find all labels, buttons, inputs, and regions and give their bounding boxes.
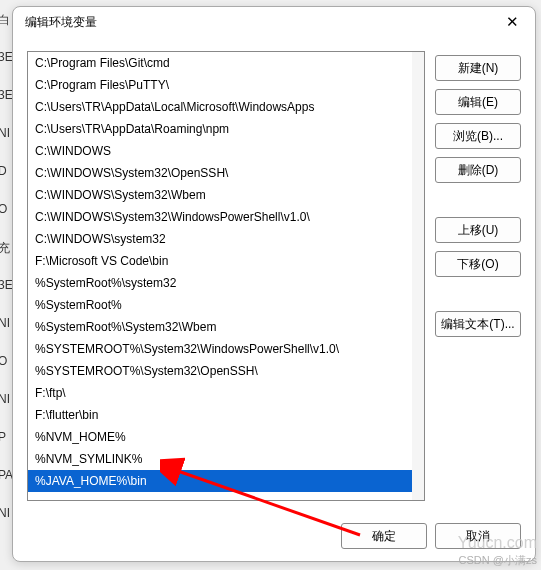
list-item[interactable]: F:\Microsoft VS Code\bin — [28, 250, 412, 272]
move-down-button[interactable]: 下移(O) — [435, 251, 521, 277]
background-text: 白 — [0, 12, 10, 29]
scrollbar[interactable] — [412, 52, 424, 500]
list-item[interactable]: %SystemRoot%\system32 — [28, 272, 412, 294]
background-text: O — [0, 202, 7, 216]
list-item[interactable]: F:\flutter\bin — [28, 404, 412, 426]
background-text: D — [0, 164, 7, 178]
list-item[interactable]: F:\ftp\ — [28, 382, 412, 404]
list-item[interactable]: C:\Program Files\Git\cmd — [28, 52, 412, 74]
list-item[interactable]: %SystemRoot%\System32\Wbem — [28, 316, 412, 338]
list-item[interactable]: C:\Users\TR\AppData\Roaming\npm — [28, 118, 412, 140]
background-window-fragments: 白3E3ENIDO充3ENIONIPPANI — [0, 0, 10, 570]
background-text: 3E — [0, 50, 13, 64]
list-item[interactable]: C:\WINDOWS\system32 — [28, 228, 412, 250]
edit-button[interactable]: 编辑(E) — [435, 89, 521, 115]
list-item[interactable]: %NVM_HOME% — [28, 426, 412, 448]
background-text: 3E — [0, 88, 13, 102]
path-list[interactable]: C:\Program Files\Git\cmdC:\Program Files… — [27, 51, 425, 501]
list-item[interactable]: %JAVA_HOME%\bin — [28, 470, 412, 492]
background-text: NI — [0, 316, 10, 330]
list-item[interactable]: %SystemRoot% — [28, 294, 412, 316]
list-item[interactable]: %SYSTEMROOT%\System32\WindowsPowerShell\… — [28, 338, 412, 360]
list-item[interactable]: %SYSTEMROOT%\System32\OpenSSH\ — [28, 360, 412, 382]
background-text: NI — [0, 126, 10, 140]
new-button[interactable]: 新建(N) — [435, 55, 521, 81]
button-column: 新建(N) 编辑(E) 浏览(B)... 删除(D) 上移(U) 下移(O) 编… — [435, 51, 521, 501]
close-icon[interactable]: ✕ — [500, 11, 525, 33]
list-item[interactable]: C:\Users\TR\AppData\Local\Microsoft\Wind… — [28, 96, 412, 118]
list-item[interactable]: C:\WINDOWS — [28, 140, 412, 162]
background-text: P — [0, 430, 6, 444]
list-item[interactable]: C:\WINDOWS\System32\Wbem — [28, 184, 412, 206]
edit-env-var-dialog: 编辑环境变量 ✕ C:\Program Files\Git\cmdC:\Prog… — [12, 6, 536, 562]
list-item[interactable]: C:\WINDOWS\System32\WindowsPowerShell\v1… — [28, 206, 412, 228]
list-item[interactable]: C:\WINDOWS\System32\OpenSSH\ — [28, 162, 412, 184]
titlebar: 编辑环境变量 ✕ — [13, 7, 535, 37]
delete-button[interactable]: 删除(D) — [435, 157, 521, 183]
background-text: NI — [0, 392, 10, 406]
list-item[interactable]: %NVM_SYMLINK% — [28, 448, 412, 470]
move-up-button[interactable]: 上移(U) — [435, 217, 521, 243]
browse-button[interactable]: 浏览(B)... — [435, 123, 521, 149]
cancel-button[interactable]: 取消 — [435, 523, 521, 549]
edit-text-button[interactable]: 编辑文本(T)... — [435, 311, 521, 337]
background-text: 充 — [0, 240, 10, 257]
list-item[interactable]: C:\Program Files\PuTTY\ — [28, 74, 412, 96]
background-text: O — [0, 354, 7, 368]
ok-button[interactable]: 确定 — [341, 523, 427, 549]
dialog-footer: 确定 取消 — [13, 511, 535, 561]
background-text: 3E — [0, 278, 13, 292]
dialog-title: 编辑环境变量 — [25, 14, 97, 31]
background-text: NI — [0, 506, 10, 520]
dialog-content: C:\Program Files\Git\cmdC:\Program Files… — [13, 37, 535, 511]
